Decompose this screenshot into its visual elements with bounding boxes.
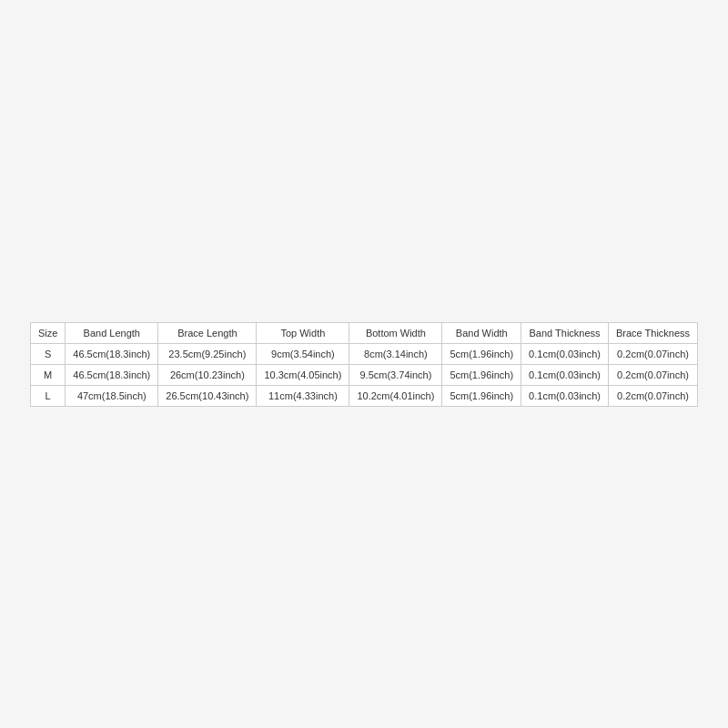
- cell-size: L: [30, 385, 65, 406]
- cell-bottom_width: 10.2cm(4.01inch): [349, 385, 442, 406]
- cell-bottom_width: 8cm(3.14inch): [349, 343, 442, 364]
- cell-brace_thickness: 0.2cm(0.07inch): [608, 343, 697, 364]
- header-brace-thickness: Brace Thickness: [608, 322, 697, 343]
- header-size: Size: [30, 322, 65, 343]
- table-header-row: Size Band Length Brace Length Top Width …: [30, 322, 697, 343]
- cell-brace_thickness: 0.2cm(0.07inch): [608, 385, 697, 406]
- cell-top_width: 10.3cm(4.05inch): [257, 364, 349, 385]
- cell-band_width: 5cm(1.96inch): [442, 385, 521, 406]
- table-row: L47cm(18.5inch)26.5cm(10.43inch)11cm(4.3…: [30, 385, 697, 406]
- cell-band_width: 5cm(1.96inch): [442, 364, 521, 385]
- cell-band_thickness: 0.1cm(0.03inch): [521, 385, 609, 406]
- header-band-length: Band Length: [66, 322, 158, 343]
- cell-top_width: 9cm(3.54inch): [257, 343, 349, 364]
- cell-size: S: [30, 343, 65, 364]
- header-brace-length: Brace Length: [158, 322, 257, 343]
- cell-brace_length: 26cm(10.23inch): [158, 364, 257, 385]
- header-band-width: Band Width: [442, 322, 521, 343]
- size-chart-table: Size Band Length Brace Length Top Width …: [30, 322, 698, 407]
- cell-bottom_width: 9.5cm(3.74inch): [349, 364, 442, 385]
- page-container: Size Band Length Brace Length Top Width …: [0, 0, 728, 728]
- table-row: M46.5cm(18.3inch)26cm(10.23inch)10.3cm(4…: [30, 364, 697, 385]
- cell-band_thickness: 0.1cm(0.03inch): [521, 343, 609, 364]
- table-wrapper: Size Band Length Brace Length Top Width …: [21, 313, 707, 416]
- cell-brace_length: 23.5cm(9.25inch): [158, 343, 257, 364]
- cell-band_length: 47cm(18.5inch): [66, 385, 158, 406]
- cell-band_length: 46.5cm(18.3inch): [66, 343, 158, 364]
- cell-band_width: 5cm(1.96inch): [442, 343, 521, 364]
- header-band-thickness: Band Thickness: [521, 322, 609, 343]
- cell-brace_length: 26.5cm(10.43inch): [158, 385, 257, 406]
- cell-size: M: [30, 364, 65, 385]
- header-bottom-width: Bottom Width: [349, 322, 442, 343]
- cell-top_width: 11cm(4.33inch): [257, 385, 349, 406]
- cell-brace_thickness: 0.2cm(0.07inch): [608, 364, 697, 385]
- header-top-width: Top Width: [257, 322, 349, 343]
- table-row: S46.5cm(18.3inch)23.5cm(9.25inch)9cm(3.5…: [30, 343, 697, 364]
- cell-band_length: 46.5cm(18.3inch): [66, 364, 158, 385]
- cell-band_thickness: 0.1cm(0.03inch): [521, 364, 609, 385]
